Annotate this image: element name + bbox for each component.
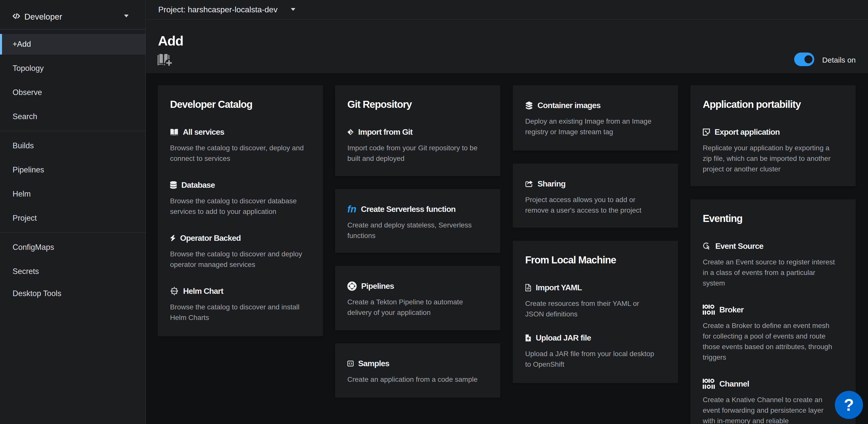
svg-text:HELM: HELM	[171, 290, 177, 292]
